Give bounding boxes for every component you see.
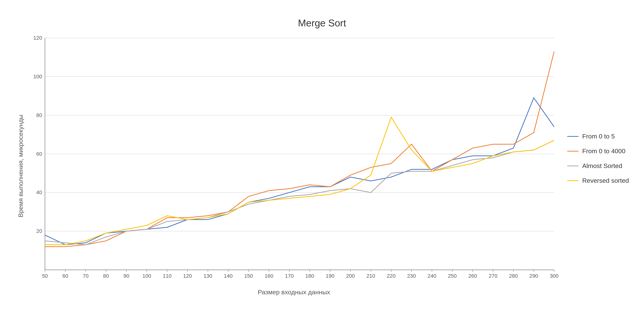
svg-text:40: 40 [36,189,42,195]
plot-and-legend: 2040608010012050607080901001101201301401… [28,32,631,285]
svg-text:100: 100 [33,73,42,79]
svg-text:120: 120 [33,35,42,41]
legend: From 0 to 5From 0 to 4000Almost SortedRe… [560,32,631,285]
svg-text:160: 160 [264,273,273,279]
svg-text:170: 170 [285,273,294,279]
svg-text:260: 260 [468,273,477,279]
svg-text:60: 60 [36,151,42,156]
svg-text:200: 200 [346,273,355,279]
y-axis-label: Время выполнения, микросекунды [13,32,28,300]
svg-text:120: 120 [183,273,192,279]
svg-text:20: 20 [36,228,42,234]
legend-item: From 0 to 5 [567,133,631,140]
svg-text:60: 60 [62,273,68,279]
svg-text:300: 300 [550,273,559,279]
svg-text:270: 270 [488,273,498,279]
svg-text:210: 210 [366,273,375,279]
svg-text:80: 80 [36,112,42,118]
legend-item: From 0 to 4000 [567,148,631,155]
svg-text:80: 80 [103,273,109,279]
chart-main: 2040608010012050607080901001101201301401… [28,32,631,300]
legend-item: Reversed sorted [567,177,631,184]
svg-text:140: 140 [224,273,233,279]
svg-text:70: 70 [83,273,88,279]
svg-text:250: 250 [448,273,457,279]
svg-text:290: 290 [530,273,538,279]
x-axis-label: Размер входных данных [28,285,631,300]
svg-text:150: 150 [244,273,253,279]
svg-text:280: 280 [509,273,518,279]
svg-text:130: 130 [204,273,212,279]
svg-text:220: 220 [387,273,396,279]
svg-text:190: 190 [326,273,334,279]
svg-text:180: 180 [305,273,314,279]
svg-text:90: 90 [124,273,129,279]
chart-title: Merge Sort [13,12,631,32]
svg-text:240: 240 [428,273,436,279]
chart-container: Merge Sort Время выполнения, микросекунд… [13,12,631,302]
svg-text:100: 100 [142,273,151,279]
chart-area: Время выполнения, микросекунды 204060801… [13,32,631,300]
svg-text:110: 110 [163,273,172,279]
svg-text:50: 50 [42,273,48,279]
plot-area: 2040608010012050607080901001101201301401… [28,32,560,285]
chart-svg: 2040608010012050607080901001101201301401… [28,32,560,285]
svg-text:230: 230 [407,273,416,279]
legend-item: Almost Sorted [567,162,631,169]
